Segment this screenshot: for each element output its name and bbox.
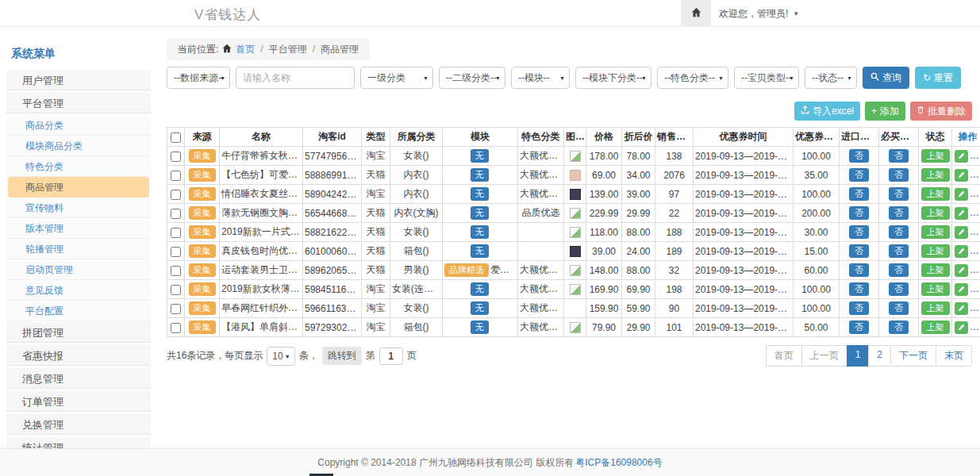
user-menu[interactable]: 欢迎您，管理员! ▼: [719, 0, 799, 27]
status-select[interactable]: --状态-- ▼: [805, 67, 857, 89]
row-checkbox[interactable]: [171, 304, 181, 314]
sidebar-item[interactable]: 兑换管理: [6, 413, 151, 435]
mustbuy-toggle[interactable]: 否: [889, 244, 909, 258]
discount-price: 24.00: [622, 242, 655, 261]
mustbuy-toggle[interactable]: 否: [889, 149, 909, 163]
sidebar-item[interactable]: 用户管理: [6, 69, 151, 90]
sidebar-item[interactable]: 轮播管理: [6, 239, 151, 259]
module-select[interactable]: --模块-- ▼: [511, 67, 570, 89]
edit-button[interactable]: [955, 207, 968, 220]
status-toggle[interactable]: 上架: [921, 149, 950, 163]
coupon-amount: 15.00: [794, 242, 840, 261]
page-button[interactable]: 首页: [766, 345, 802, 367]
sidebar-item[interactable]: 商品分类: [6, 115, 151, 136]
mustbuy-toggle[interactable]: 否: [889, 225, 909, 239]
module-cell: 无: [443, 185, 518, 204]
row-checkbox[interactable]: [171, 228, 181, 238]
search-button[interactable]: 查询: [863, 67, 909, 89]
status-toggle[interactable]: 上架: [921, 263, 950, 277]
page-button[interactable]: 2: [868, 345, 891, 367]
mustbuy-toggle[interactable]: 否: [889, 282, 909, 296]
edit-button[interactable]: [955, 188, 968, 201]
module-sub-category-select[interactable]: --模块下分类-- ▼: [575, 67, 651, 89]
source-badge: 采集: [189, 244, 216, 258]
import-select-toggle[interactable]: 否: [849, 225, 869, 239]
name-input[interactable]: [236, 67, 355, 89]
import-select-toggle[interactable]: 否: [849, 149, 869, 163]
status-toggle[interactable]: 上架: [921, 321, 950, 334]
sidebar-item[interactable]: 版本管理: [6, 218, 151, 239]
row-checkbox[interactable]: [171, 209, 181, 219]
import-select-toggle[interactable]: 否: [849, 301, 869, 315]
edit-button[interactable]: [955, 302, 968, 315]
mustbuy-toggle[interactable]: 否: [889, 206, 909, 220]
status-toggle[interactable]: 上架: [921, 301, 950, 315]
status-toggle[interactable]: 上架: [921, 206, 950, 220]
page-size-select[interactable]: 10 ▼: [267, 347, 294, 366]
mustbuy-toggle[interactable]: 否: [889, 187, 909, 201]
mustbuy-toggle[interactable]: 否: [889, 168, 909, 182]
sidebar-item[interactable]: 省惠快报: [6, 344, 151, 366]
jump-page-input[interactable]: [379, 347, 403, 365]
import-select-toggle[interactable]: 否: [849, 282, 869, 296]
sidebar-item[interactable]: 意见反馈: [6, 280, 151, 301]
level2-category-select[interactable]: --二级分类-- ▼: [439, 67, 505, 89]
import-select-toggle[interactable]: 否: [849, 168, 869, 182]
row-checkbox[interactable]: [171, 247, 181, 257]
import-select-toggle[interactable]: 否: [849, 263, 869, 277]
row-checkbox[interactable]: [171, 266, 181, 276]
sidebar-item[interactable]: 模块商品分类: [6, 136, 151, 156]
icp-link[interactable]: 粤ICP备16098006号: [575, 456, 662, 470]
breadcrumb-home-link[interactable]: 首页: [236, 43, 255, 56]
sidebar-item[interactable]: 商品管理: [8, 177, 149, 198]
home-button[interactable]: [681, 0, 711, 27]
row-checkbox[interactable]: [171, 152, 181, 162]
data-source-select[interactable]: --数据来源-- ▼: [167, 67, 230, 89]
level1-category-select[interactable]: 一级分类 ▼: [360, 67, 433, 89]
status-toggle[interactable]: 上架: [921, 168, 950, 182]
add-button[interactable]: + 添加: [865, 102, 905, 121]
status-toggle[interactable]: 上架: [921, 282, 950, 296]
mustbuy-toggle[interactable]: 否: [889, 263, 909, 277]
import-select-toggle[interactable]: 否: [849, 244, 869, 258]
sidebar-item[interactable]: 订单管理: [6, 390, 151, 412]
edit-button[interactable]: [955, 169, 968, 182]
sidebar-item[interactable]: 特色分类: [6, 156, 151, 177]
sidebar-item[interactable]: 消息管理: [6, 367, 151, 389]
status-toggle[interactable]: 上架: [921, 244, 950, 258]
edit-button[interactable]: [955, 150, 968, 163]
sidebar-item[interactable]: 拼团管理: [6, 321, 151, 343]
edit-button[interactable]: [955, 226, 968, 239]
row-checkbox[interactable]: [171, 171, 181, 181]
edit-button[interactable]: [955, 264, 968, 277]
page-button[interactable]: 1: [847, 345, 870, 367]
status-toggle[interactable]: 上架: [921, 187, 950, 201]
import-select-toggle[interactable]: 否: [849, 187, 869, 201]
batch-delete-button[interactable]: 批量删除: [910, 102, 972, 121]
sidebar-item[interactable]: 宣传物料: [6, 198, 151, 218]
sidebar-item[interactable]: 启动页管理: [6, 259, 151, 280]
jump-button[interactable]: 跳转到: [322, 347, 362, 365]
sidebar-item[interactable]: 统计管理: [6, 436, 151, 448]
item-type-select[interactable]: --宝贝类型-- ▼: [734, 67, 799, 89]
page-button[interactable]: 下一页: [890, 345, 936, 367]
page-button[interactable]: 上一页: [801, 345, 847, 367]
edit-button[interactable]: [955, 245, 968, 258]
mustbuy-toggle[interactable]: 否: [889, 301, 909, 315]
edit-button[interactable]: [955, 283, 968, 296]
page-button[interactable]: 末页: [936, 345, 972, 367]
import-excel-button[interactable]: 导入excel: [794, 102, 860, 121]
row-checkbox[interactable]: [171, 323, 181, 333]
mustbuy-toggle[interactable]: 否: [889, 321, 909, 334]
row-checkbox[interactable]: [171, 285, 181, 295]
status-toggle[interactable]: 上架: [921, 225, 950, 239]
reset-button[interactable]: ↻ 重置: [915, 67, 961, 89]
sidebar-item[interactable]: 平台配置: [6, 301, 151, 321]
import-select-toggle[interactable]: 否: [849, 321, 869, 334]
import-select-toggle[interactable]: 否: [849, 206, 869, 220]
sidebar-item[interactable]: 平台管理: [6, 92, 151, 113]
feature-category-select[interactable]: --特色分类-- ▼: [657, 67, 728, 89]
edit-button[interactable]: [955, 321, 968, 334]
row-checkbox[interactable]: [171, 190, 181, 200]
select-all-checkbox[interactable]: [171, 132, 181, 143]
